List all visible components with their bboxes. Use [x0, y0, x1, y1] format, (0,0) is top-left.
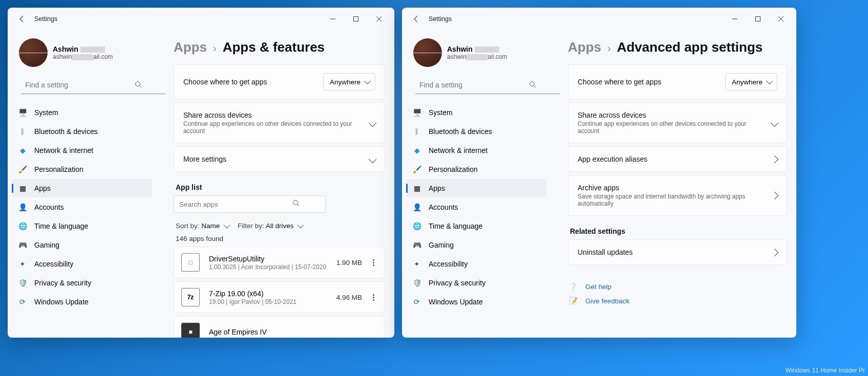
nav-system[interactable]: 🖥️System: [12, 103, 152, 122]
search-apps-input[interactable]: [174, 195, 326, 213]
settings-window-left: Settings Ashwin ashwinail.com 🖥️System ᛒ…: [8, 8, 394, 338]
sublabel: Continue app experiences on other device…: [183, 120, 364, 135]
window-title: Settings: [429, 15, 452, 23]
link-get-help[interactable]: ❔ Get help: [568, 281, 787, 292]
more-button[interactable]: [369, 294, 377, 301]
search-settings[interactable]: [415, 76, 540, 94]
nav-accessibility[interactable]: ✦Accessibility: [12, 255, 152, 273]
breadcrumb-parent[interactable]: Apps: [568, 39, 601, 55]
breadcrumb-parent[interactable]: Apps: [174, 39, 207, 55]
maximize-button[interactable]: [746, 11, 769, 27]
nav-system[interactable]: 🖥️System: [406, 103, 546, 122]
brush-icon: 🖌️: [18, 165, 27, 174]
feedback-icon: 📝: [568, 296, 578, 306]
card-share-devices[interactable]: Share across devices Continue app experi…: [174, 102, 385, 143]
nav-accessibility[interactable]: ✦Accessibility: [406, 255, 546, 273]
nav-personalization[interactable]: 🖌️Personalization: [406, 160, 546, 179]
label: Archive apps: [578, 184, 766, 192]
svg-line-5: [140, 85, 142, 87]
nav-bluetooth[interactable]: ᛒBluetooth & devices: [406, 122, 546, 141]
search-icon: [135, 81, 142, 90]
back-button[interactable]: [15, 12, 29, 26]
back-button[interactable]: [409, 12, 424, 26]
app-row[interactable]: ■ Age of Empires IV: [174, 316, 385, 338]
nav-bluetooth[interactable]: ᛒBluetooth & devices: [12, 122, 152, 141]
card-archive-apps[interactable]: Archive apps Save storage space and inte…: [568, 175, 787, 216]
label: Share across devices: [578, 111, 766, 119]
chevron-down-icon: [224, 222, 230, 229]
nav-gaming[interactable]: 🎮Gaming: [12, 236, 152, 254]
titlebar: Settings: [402, 8, 796, 30]
nav-accounts[interactable]: 👤Accounts: [12, 198, 152, 216]
close-button[interactable]: [367, 11, 390, 27]
minimize-button[interactable]: [723, 11, 746, 27]
user-email: ashwinail.com: [53, 53, 113, 60]
nav-time[interactable]: 🌐Time & language: [406, 217, 546, 235]
user-block[interactable]: Ashwin ashwinail.com: [406, 30, 549, 76]
gamepad-icon: 🎮: [18, 240, 27, 250]
where-dropdown[interactable]: Anywhere: [725, 73, 777, 91]
person-icon: 👤: [412, 203, 421, 212]
label: App execution aliases: [578, 155, 766, 163]
section-app-list: App list: [176, 183, 385, 191]
app-icon: 7z: [181, 288, 200, 306]
card-app-aliases[interactable]: App execution aliases: [568, 146, 787, 172]
nav-apps[interactable]: ▦Apps: [406, 179, 546, 197]
nav-gaming[interactable]: 🎮Gaming: [406, 236, 546, 254]
nav-update[interactable]: ⟳Windows Update: [406, 293, 546, 311]
more-button[interactable]: [369, 259, 377, 266]
watermark: Windows 11 Home Insider Pr: [786, 367, 865, 374]
search-icon: [529, 81, 536, 90]
nav-personalization[interactable]: 🖌️Personalization: [12, 160, 152, 179]
card-more-settings[interactable]: More settings: [174, 146, 385, 172]
breadcrumb: Apps › Advanced app settings: [568, 39, 787, 55]
nav-accounts[interactable]: 👤Accounts: [406, 198, 546, 216]
link-give-feedback[interactable]: 📝 Give feedback: [568, 296, 787, 306]
breadcrumb: Apps › Apps & features: [174, 39, 385, 55]
page-title: Apps & features: [223, 39, 325, 55]
svg-point-6: [293, 201, 298, 205]
chevron-down-icon: [369, 119, 377, 127]
app-name: DriverSetupUtility: [209, 255, 336, 263]
app-name: 7-Zip 19.00 (x64): [209, 290, 336, 298]
card-where-get-apps: Choose where to get apps Anywhere: [174, 64, 385, 99]
close-button[interactable]: [769, 11, 792, 27]
user-block[interactable]: Ashwin ashwinail.com: [12, 30, 155, 76]
nav-apps[interactable]: ▦Apps: [12, 179, 152, 197]
titlebar: Settings: [8, 8, 394, 30]
label: More settings: [183, 155, 364, 163]
card-share-devices[interactable]: Share across devices Continue app experi…: [568, 102, 787, 143]
globe-icon: 🌐: [18, 222, 27, 231]
nav-time[interactable]: 🌐Time & language: [12, 217, 152, 235]
bluetooth-icon: ᛒ: [18, 127, 27, 136]
app-row[interactable]: 7z 7-Zip 19.00 (x64) 19.00 | Igor Pavlov…: [174, 281, 385, 313]
sublabel: Continue app experiences on other device…: [578, 120, 766, 135]
search-input[interactable]: [415, 76, 560, 94]
label: Choose where to get apps: [183, 78, 317, 86]
display-icon: 🖥️: [412, 108, 421, 117]
app-meta: 19.00 | Igor Pavlov | 05-10-2021: [209, 298, 336, 305]
nav-update[interactable]: ⟳Windows Update: [12, 293, 152, 311]
wifi-icon: ◆: [18, 146, 27, 155]
minimize-button[interactable]: [321, 11, 344, 27]
sort-by-dropdown[interactable]: Sort by: Name: [176, 222, 228, 230]
user-email: ashwinail.com: [447, 53, 507, 60]
search-input[interactable]: [21, 76, 165, 94]
app-row[interactable]: □ DriverSetupUtility 1.00.3026 | Acer In…: [174, 247, 385, 278]
search-apps[interactable]: [174, 195, 385, 213]
nav-privacy[interactable]: 🛡️Privacy & security: [406, 274, 546, 292]
avatar: [19, 38, 48, 67]
apps-icon: ▦: [412, 184, 421, 193]
filter-by-dropdown[interactable]: Filter by: All drives: [238, 222, 302, 230]
nav-network[interactable]: ◆Network & internet: [406, 141, 546, 160]
maximize-button[interactable]: [344, 11, 367, 27]
update-icon: ⟳: [412, 297, 421, 306]
display-icon: 🖥️: [18, 108, 27, 117]
accessibility-icon: ✦: [18, 259, 27, 269]
search-settings[interactable]: [21, 76, 146, 94]
where-dropdown[interactable]: Anywhere: [323, 73, 375, 91]
chevron-right-icon: [771, 191, 779, 200]
nav-privacy[interactable]: 🛡️Privacy & security: [12, 274, 152, 292]
nav-network[interactable]: ◆Network & internet: [12, 141, 152, 160]
card-uninstall-updates[interactable]: Uninstall updates: [568, 239, 787, 265]
